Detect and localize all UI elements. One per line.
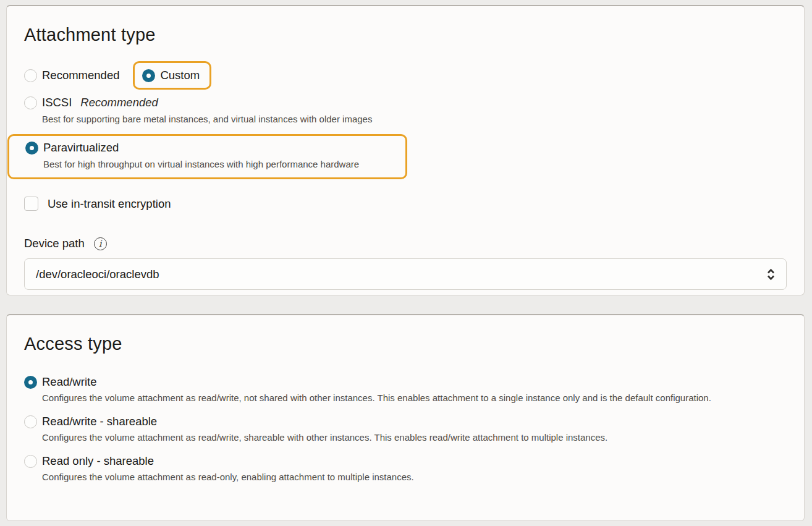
access-option-read-write-block: Read/write Configures the volume attachm… <box>24 375 787 404</box>
radio-option-iscsi[interactable]: ISCSI Recommended <box>24 96 787 109</box>
radio-recommended-label: Recommended <box>42 69 119 82</box>
radio-read-write-shareable-label: Read/write - shareable <box>42 415 157 428</box>
radio-read-write[interactable] <box>24 376 37 389</box>
radio-read-write-label: Read/write <box>42 375 96 389</box>
device-path-select[interactable]: /dev/oracleoci/oraclevdb <box>24 258 787 290</box>
radio-option-paravirtualized[interactable]: Paravirtualized <box>25 141 405 155</box>
attachment-type-panel: Attachment type Recommended Custom ISCSI… <box>6 5 805 295</box>
radio-option-read-only-shareable[interactable]: Read only - shareable <box>24 454 787 468</box>
custom-highlight-annotation: Custom <box>133 61 211 90</box>
access-option-read-write-shareable-block: Read/write - shareable Configures the vo… <box>24 415 787 444</box>
radio-custom-label: Custom <box>160 69 200 82</box>
radio-option-recommended[interactable]: Recommended <box>24 69 119 82</box>
encryption-checkbox-row[interactable]: Use in-transit encryption <box>24 197 787 211</box>
radio-read-write-shareable[interactable] <box>24 415 37 428</box>
radio-read-write-shareable-description: Configures the volume attachment as read… <box>42 431 787 444</box>
device-path-label: Device path <box>24 237 85 250</box>
paravirtualized-highlight-annotation: Paravirtualized Best for high throughput… <box>7 134 407 179</box>
radio-iscsi-label: ISCSI <box>42 96 72 109</box>
device-path-value: /dev/oracleoci/oraclevdb <box>36 268 159 281</box>
radio-paravirtualized[interactable] <box>25 142 38 155</box>
radio-read-only-shareable[interactable] <box>24 455 37 468</box>
radio-paravirtualized-description: Best for high throughput on virtual inst… <box>43 158 405 171</box>
radio-read-write-description: Configures the volume attachment as read… <box>42 391 787 404</box>
radio-iscsi-recommended-badge: Recommended <box>80 96 158 109</box>
attachment-mode-row: Recommended Custom <box>24 60 787 91</box>
select-chevrons-icon <box>766 268 776 281</box>
access-option-read-only-shareable-block: Read only - shareable Configures the vol… <box>24 454 787 483</box>
radio-iscsi[interactable] <box>24 96 37 109</box>
info-icon[interactable]: i <box>94 237 107 250</box>
access-type-title: Access type <box>24 334 787 354</box>
radio-option-custom[interactable]: Custom <box>142 69 200 82</box>
radio-read-only-shareable-label: Read only - shareable <box>42 454 154 468</box>
radio-read-only-shareable-description: Configures the volume attachment as read… <box>42 470 787 483</box>
radio-recommended[interactable] <box>24 69 37 82</box>
in-transit-encryption-label: Use in-transit encryption <box>48 197 171 211</box>
radio-option-read-write-shareable[interactable]: Read/write - shareable <box>24 415 787 428</box>
access-type-panel: Access type Read/write Configures the vo… <box>6 314 805 521</box>
radio-paravirtualized-label: Paravirtualized <box>43 141 119 155</box>
device-path-label-row: Device path i <box>24 237 787 250</box>
radio-option-read-write[interactable]: Read/write <box>24 375 787 389</box>
in-transit-encryption-checkbox[interactable] <box>24 197 38 211</box>
option-iscsi-block: ISCSI Recommended Best for supporting ba… <box>24 96 787 125</box>
radio-custom[interactable] <box>142 69 155 82</box>
attachment-type-title: Attachment type <box>24 25 787 45</box>
radio-iscsi-description: Best for supporting bare metal instances… <box>42 112 787 125</box>
